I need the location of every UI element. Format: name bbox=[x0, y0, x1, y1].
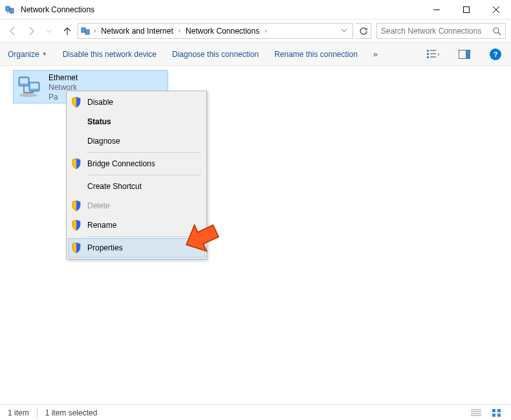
svg-rect-9 bbox=[85, 30, 89, 34]
shield-icon bbox=[71, 242, 82, 254]
menu-rename[interactable]: Rename bbox=[68, 216, 205, 235]
chevron-right-icon[interactable]: › bbox=[263, 27, 268, 34]
breadcrumb-network-internet[interactable]: Network and Internet bbox=[98, 25, 175, 37]
menu-status[interactable]: Status bbox=[68, 112, 205, 131]
up-button[interactable] bbox=[60, 23, 75, 39]
menu-disable[interactable]: Disable bbox=[68, 93, 205, 112]
chevron-down-icon: ▼ bbox=[42, 51, 47, 57]
svg-rect-1 bbox=[10, 8, 14, 13]
blank-icon bbox=[71, 135, 82, 147]
svg-rect-30 bbox=[497, 409, 501, 412]
menu-shortcut[interactable]: Create Shortcut bbox=[68, 177, 205, 196]
svg-rect-21 bbox=[20, 78, 28, 83]
menu-diagnose-label: Diagnose bbox=[87, 137, 201, 146]
recent-dropdown[interactable] bbox=[41, 23, 57, 39]
menu-separator bbox=[87, 236, 201, 237]
network-adapter-icon bbox=[17, 73, 43, 99]
shield-icon bbox=[71, 96, 82, 108]
details-view-button[interactable] bbox=[470, 408, 483, 418]
address-dropdown-icon[interactable] bbox=[338, 27, 350, 36]
menu-bridge-label: Bridge Connections bbox=[87, 159, 201, 168]
close-button[interactable] bbox=[481, 0, 511, 19]
chevron-right-icon[interactable]: › bbox=[92, 27, 97, 34]
svg-rect-13 bbox=[430, 50, 436, 51]
svg-rect-17 bbox=[430, 56, 436, 58]
context-menu: Disable Status Diagnose Bridge Connectio… bbox=[66, 91, 207, 260]
diagnose-button[interactable]: Diagnose this connection bbox=[172, 50, 259, 59]
blank-icon bbox=[71, 181, 82, 192]
help-icon: ? bbox=[490, 49, 501, 60]
menu-delete: Delete bbox=[68, 196, 205, 216]
minimize-button[interactable] bbox=[422, 0, 451, 19]
disable-device-button[interactable]: Disable this network device bbox=[63, 50, 157, 59]
svg-rect-31 bbox=[492, 414, 495, 417]
title-bar: Network Connections bbox=[0, 0, 511, 19]
blank-icon bbox=[71, 116, 82, 127]
window-title: Network Connections bbox=[21, 5, 422, 14]
svg-rect-14 bbox=[427, 53, 429, 55]
search-input[interactable] bbox=[381, 27, 492, 36]
svg-line-11 bbox=[498, 32, 501, 35]
help-button[interactable]: ? bbox=[488, 47, 503, 62]
back-button[interactable] bbox=[5, 23, 21, 39]
menu-rename-label: Rename bbox=[87, 221, 201, 230]
forward-button[interactable] bbox=[23, 23, 39, 39]
menu-properties-label: Properties bbox=[87, 243, 201, 252]
shield-icon bbox=[71, 219, 82, 231]
rename-button[interactable]: Rename this connection bbox=[274, 50, 358, 59]
selected-count: 1 item selected bbox=[45, 408, 98, 417]
organize-menu[interactable]: Organize ▼ bbox=[8, 50, 47, 59]
menu-separator bbox=[87, 152, 201, 153]
svg-rect-8 bbox=[82, 28, 85, 32]
svg-point-10 bbox=[494, 28, 499, 33]
organize-label: Organize bbox=[8, 50, 39, 59]
change-view-button[interactable] bbox=[426, 47, 441, 62]
svg-point-24 bbox=[19, 93, 38, 97]
shield-icon bbox=[71, 200, 82, 212]
menu-disable-label: Disable bbox=[87, 98, 201, 107]
svg-rect-12 bbox=[427, 50, 429, 52]
menu-bridge[interactable]: Bridge Connections bbox=[68, 154, 205, 173]
breadcrumb-network-connections[interactable]: Network Connections bbox=[183, 25, 262, 37]
search-icon[interactable] bbox=[492, 27, 501, 36]
shield-icon bbox=[71, 158, 82, 170]
status-separator bbox=[37, 408, 38, 417]
menu-diagnose[interactable]: Diagnose bbox=[68, 131, 205, 151]
svg-rect-29 bbox=[492, 409, 495, 412]
location-icon bbox=[81, 26, 91, 36]
large-icons-view-button[interactable] bbox=[490, 408, 503, 418]
adapter-name: Ethernet bbox=[49, 73, 78, 82]
menu-separator bbox=[87, 175, 201, 175]
menu-delete-label: Delete bbox=[87, 201, 201, 210]
status-bar: 1 item 1 item selected bbox=[0, 404, 511, 420]
chevron-right-icon[interactable]: › bbox=[177, 27, 182, 34]
menu-shortcut-label: Create Shortcut bbox=[87, 182, 201, 191]
window-controls bbox=[422, 0, 511, 19]
item-count: 1 item bbox=[8, 408, 29, 417]
address-bar[interactable]: › Network and Internet › Network Connect… bbox=[78, 23, 353, 39]
svg-rect-23 bbox=[30, 83, 38, 89]
svg-rect-5 bbox=[464, 6, 470, 12]
more-commands-button[interactable]: » bbox=[373, 50, 378, 59]
svg-rect-15 bbox=[430, 53, 436, 54]
preview-pane-button[interactable] bbox=[457, 47, 472, 62]
menu-status-label: Status bbox=[87, 117, 201, 126]
command-bar: Organize ▼ Disable this network device D… bbox=[0, 43, 511, 66]
content-area: PCrisk.com Ethernet Network Pa Disable S… bbox=[0, 66, 511, 404]
window-icon bbox=[5, 5, 16, 15]
svg-rect-16 bbox=[427, 56, 429, 58]
refresh-button[interactable] bbox=[356, 23, 371, 39]
maximize-button[interactable] bbox=[451, 0, 481, 19]
navigation-bar: › Network and Internet › Network Connect… bbox=[0, 19, 511, 43]
svg-rect-0 bbox=[6, 6, 10, 11]
menu-properties[interactable]: Properties bbox=[68, 238, 205, 258]
svg-rect-32 bbox=[497, 414, 501, 417]
search-box[interactable] bbox=[376, 23, 506, 39]
svg-rect-19 bbox=[466, 50, 470, 58]
